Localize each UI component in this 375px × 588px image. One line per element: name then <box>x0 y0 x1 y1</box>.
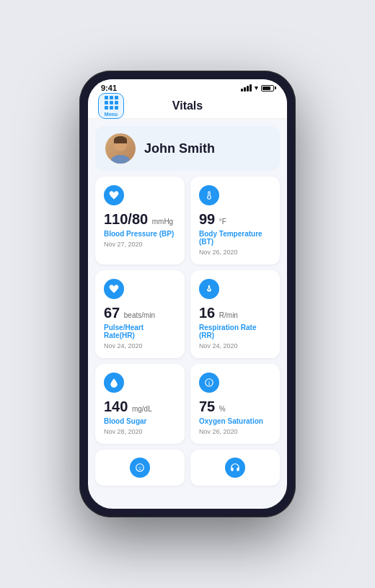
bt-icon <box>199 185 219 205</box>
os-unit: % <box>219 405 226 413</box>
rr-date: Nov 24, 2020 <box>199 342 271 349</box>
svg-point-3 <box>111 155 130 164</box>
menu-label: Menu <box>105 112 118 117</box>
menu-grid-icon <box>105 96 118 110</box>
vitals-grid: 110/80 mmHg Blood Pressure (BP) Nov 27, … <box>95 177 280 444</box>
bp-unit: mmHg <box>152 218 173 226</box>
avatar <box>105 133 136 164</box>
phone-frame: 9:41 ▾ <box>79 71 296 517</box>
bottom-card-2[interactable] <box>190 450 280 486</box>
bs-date: Nov 28, 2020 <box>104 428 176 435</box>
wifi-icon: ▾ <box>255 84 258 92</box>
os-label: Oxygen Saturation <box>199 417 271 425</box>
bs-unit: mg/dL <box>132 405 152 413</box>
bt-date: Nov 26, 2020 <box>199 249 271 256</box>
hr-unit: beats/min <box>124 311 155 319</box>
os-value: 75 % <box>199 398 271 414</box>
vital-card-bt[interactable]: 99 °F Body Temperature (BT) Nov 26, 2020 <box>190 177 280 264</box>
bt-unit: °F <box>219 218 226 226</box>
content-area: John Smith 110/80 mmHg Blood Pressure (B… <box>88 119 287 509</box>
vital-card-rr[interactable]: 16 R/min Respiration Rate (RR) Nov 24, 2… <box>190 270 280 358</box>
page-title: Vitals <box>172 99 203 112</box>
hr-value: 67 beats/min <box>104 305 176 321</box>
vital-card-bs[interactable]: 140 mg/dL Blood Sugar Nov 28, 2020 <box>95 364 185 444</box>
status-time: 9:41 <box>101 84 117 92</box>
hr-label: Pulse/Heart Rate(HR) <box>104 324 176 339</box>
phone-screen: 9:41 ▾ <box>88 79 287 509</box>
bp-value: 110/80 mmHg <box>104 211 176 227</box>
status-icons: ▾ <box>241 84 274 92</box>
rr-value: 16 R/min <box>199 305 271 321</box>
bp-icon <box>104 185 124 205</box>
patient-card[interactable]: John Smith <box>95 126 280 171</box>
bt-value: 99 °F <box>199 211 271 227</box>
hr-date: Nov 24, 2020 <box>104 342 176 349</box>
bottom-row <box>95 450 280 486</box>
status-bar: 9:41 ▾ <box>88 79 287 94</box>
os-icon <box>199 373 219 393</box>
bottom-card-1[interactable] <box>95 450 185 486</box>
battery-icon <box>261 85 274 92</box>
vital-card-hr[interactable]: 67 beats/min Pulse/Heart Rate(HR) Nov 24… <box>95 270 185 358</box>
patient-name: John Smith <box>144 141 215 156</box>
app-header: Menu Vitals <box>88 94 287 119</box>
hr-icon <box>104 279 124 299</box>
bp-label: Blood Pressure (BP) <box>104 230 176 238</box>
vital-card-os[interactable]: 75 % Oxygen Saturation Nov 26, 2020 <box>190 364 280 444</box>
signal-icon <box>241 84 252 92</box>
headphone-icon <box>225 458 245 478</box>
bs-icon <box>104 373 124 393</box>
vital-card-bp[interactable]: 110/80 mmHg Blood Pressure (BP) Nov 27, … <box>95 177 185 264</box>
bt-label: Body Temperature (BT) <box>199 230 271 246</box>
rr-icon <box>199 279 219 299</box>
bp-date: Nov 27, 2020 <box>104 241 176 248</box>
rr-label: Respiration Rate (RR) <box>199 324 271 339</box>
os-date: Nov 26, 2020 <box>199 428 271 435</box>
bs-value: 140 mg/dL <box>104 398 176 414</box>
menu-button[interactable]: Menu <box>98 93 124 119</box>
svg-rect-2 <box>114 140 127 143</box>
bs-label: Blood Sugar <box>104 417 176 425</box>
rr-unit: R/min <box>219 311 238 319</box>
face-icon <box>130 458 150 478</box>
